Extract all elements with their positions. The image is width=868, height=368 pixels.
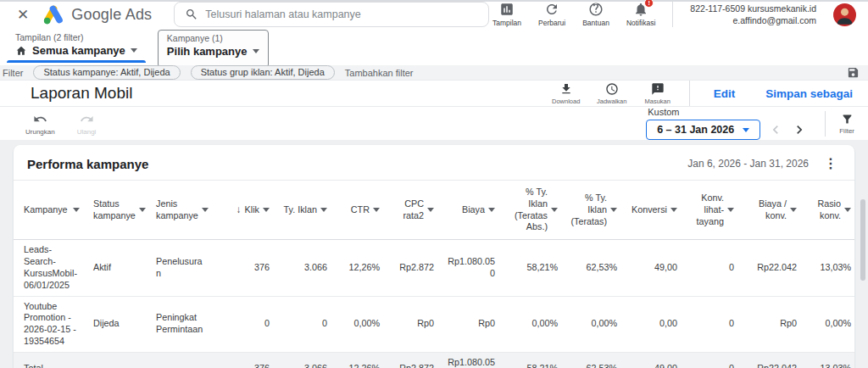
filter-chip-campaign-status[interactable]: Status kampanye: Aktif, Dijeda xyxy=(33,65,180,80)
view-selector-value: Semua kampanye xyxy=(32,44,125,57)
total-teratas: 62,53% xyxy=(565,352,624,368)
report-header: Laporan Mobil Download Jadwalkan Masukan xyxy=(0,80,868,107)
table-filter-button[interactable]: Filter xyxy=(839,113,854,135)
save-filter-icon[interactable] xyxy=(847,66,860,79)
date-range-value: 6 – 31 Jan 2026 xyxy=(657,124,734,136)
undo-icon xyxy=(33,112,47,126)
column-header-konversi[interactable]: Konversi xyxy=(624,181,684,240)
table-row[interactable]: Youtube Promotion - 2026-02-15 - 1935465… xyxy=(14,296,854,352)
column-header-ty-iklan[interactable]: Ty. Iklan xyxy=(276,181,334,240)
view-selector[interactable]: Tampilan (2 filter) Semua kampanye xyxy=(7,30,146,63)
vertical-scrollbar[interactable] xyxy=(860,199,865,281)
save-as-button[interactable]: Simpan sebagai xyxy=(765,87,853,100)
campaign-performance-card: Performa kampanye Jan 6, 2026 - Jan 31, … xyxy=(14,145,854,368)
nav-tampilan[interactable]: Tampilan xyxy=(492,2,521,27)
nav-label: Perbarui xyxy=(538,19,565,27)
cell-teratas: 0,00% xyxy=(565,296,624,352)
total-konversi: 49,00 xyxy=(624,352,684,368)
search-box[interactable] xyxy=(174,2,489,27)
undo-button[interactable]: Urungkan xyxy=(25,112,55,136)
google-ads-logo-icon xyxy=(42,3,64,25)
caret-down-icon xyxy=(488,208,495,212)
refresh-icon xyxy=(544,2,559,17)
cell-ctr: 0,00% xyxy=(334,296,387,352)
cell-konversi: 49,00 xyxy=(624,240,684,296)
column-header-biaya[interactable]: Biaya xyxy=(441,181,502,240)
date-range-picker[interactable]: 6 – 31 Jan 2026 xyxy=(646,120,760,140)
account-info: 822-117-6509 kursusmekanik.id e.affindo@… xyxy=(690,3,816,26)
download-icon xyxy=(559,82,573,96)
feedback-label: Masukan xyxy=(644,98,670,105)
person-icon xyxy=(833,3,856,26)
active-underline xyxy=(7,60,146,63)
column-header-status-kampanye[interactable]: Status kampanye xyxy=(86,181,149,240)
bar-chart-icon xyxy=(499,2,515,17)
caret-down-icon xyxy=(263,208,270,212)
cell xyxy=(149,352,210,368)
download-button[interactable]: Download xyxy=(543,82,589,105)
cell-status: Aktif xyxy=(86,240,149,296)
caret-down-icon xyxy=(844,208,851,212)
clock-icon xyxy=(605,82,619,96)
page-title: Laporan Mobil xyxy=(31,84,132,103)
brand-text: Google Ads xyxy=(71,6,152,24)
nav-perbarui[interactable]: Perbarui xyxy=(538,2,565,27)
close-icon[interactable]: ✕ xyxy=(8,3,37,27)
total-rasio-konv: 13,03% xyxy=(804,352,854,368)
nav-notifikasi[interactable]: ! Notifikasi xyxy=(626,2,655,27)
chevron-left-icon xyxy=(767,121,784,138)
account-email: e.affindo@gmail.com xyxy=(690,14,816,26)
filter-chip-adgroup-status[interactable]: Status grup iklan: Aktif, Dijeda xyxy=(191,65,335,80)
cell-cpc: Rp2.872 xyxy=(387,240,441,296)
total-konv-lihat-tayang: 0 xyxy=(684,352,741,368)
cell xyxy=(86,352,149,368)
add-filter-button[interactable]: Tambahkan filter xyxy=(345,68,414,78)
column-header-cpc-rata2[interactable]: CPC rata2 xyxy=(387,181,441,240)
column-header-ctr[interactable]: CTR xyxy=(334,181,387,240)
account-id: 822-117-6509 kursusmekanik.id xyxy=(690,3,816,14)
table-row[interactable]: Leads-Search-KursusMobil-06/01/2025 Akti… xyxy=(14,240,854,296)
chevron-right-icon xyxy=(791,121,808,138)
cell-klik: 376 xyxy=(210,240,276,296)
redo-button[interactable]: Ulangi xyxy=(77,112,97,136)
feedback-button[interactable]: Masukan xyxy=(635,82,681,105)
search-input[interactable] xyxy=(205,8,478,20)
cell-konversi: 0,00 xyxy=(624,296,684,352)
table-filter-label: Filter xyxy=(839,127,854,135)
column-header-jenis-kampanye[interactable]: Jenis kampanye xyxy=(149,181,210,240)
column-header-konv-lihat-tayang[interactable]: Konv. lihat-tayang xyxy=(684,181,741,240)
funnel-icon xyxy=(841,113,854,125)
cell-biaya-konv: Rp22.042 xyxy=(741,240,804,296)
column-header-ty-iklan-teratas-abs[interactable]: % Ty. Iklan (Teratas Abs.) xyxy=(502,181,565,240)
previous-period-button[interactable] xyxy=(767,121,784,138)
view-selector-label: Tampilan (2 filter) xyxy=(15,32,137,42)
edit-button[interactable]: Edit xyxy=(714,87,736,100)
cell-rasio-konv: 0,00% xyxy=(804,296,854,352)
column-header-klik[interactable]: ↓Klik xyxy=(210,181,276,240)
undo-label: Urungkan xyxy=(25,128,55,136)
column-header-rasio-konv[interactable]: Rasio konv. xyxy=(804,181,854,240)
total-cpc: Rp2.872 xyxy=(387,352,441,368)
column-header-ty-iklan-teratas[interactable]: % Ty. Iklan (Teratas) xyxy=(565,181,624,240)
next-period-button[interactable] xyxy=(791,121,808,138)
cell-biaya: Rp0 xyxy=(441,296,502,352)
cell-rasio-konv: 13,03% xyxy=(804,240,854,296)
nav-bantuan[interactable]: Bantuan xyxy=(582,2,609,27)
cell-ty-iklan: 0 xyxy=(276,296,334,352)
cell-campaign-name[interactable]: Youtube Promotion - 2026-02-15 - 1935465… xyxy=(14,296,86,352)
cell-campaign-name[interactable]: Leads-Search-KursusMobil-06/01/2025 xyxy=(14,240,86,296)
caret-down-icon xyxy=(610,208,617,212)
schedule-button[interactable]: Jadwalkan xyxy=(589,82,635,105)
total-klik: 376 xyxy=(210,352,276,368)
cell-teratas-abs: 58,21% xyxy=(502,240,565,296)
avatar[interactable] xyxy=(833,3,856,26)
campaign-selector[interactable]: Kampanye (1) Pilih kampanye xyxy=(158,30,269,68)
total-biaya-konv: Rp22.042 xyxy=(741,352,804,368)
column-header-biaya-konv[interactable]: Biaya / konv. xyxy=(741,181,804,240)
kebab-menu-icon[interactable]: ⋮ xyxy=(821,155,841,172)
total-ctr: 12,26% xyxy=(334,352,387,368)
cell-ctr: 12,26% xyxy=(334,240,387,296)
column-header-kampanye[interactable]: Kampanye xyxy=(14,181,86,240)
caret-down-icon xyxy=(73,208,80,212)
toolbar: Urungkan Ulangi Kustom 6 – 31 Jan 2026 xyxy=(0,107,868,140)
